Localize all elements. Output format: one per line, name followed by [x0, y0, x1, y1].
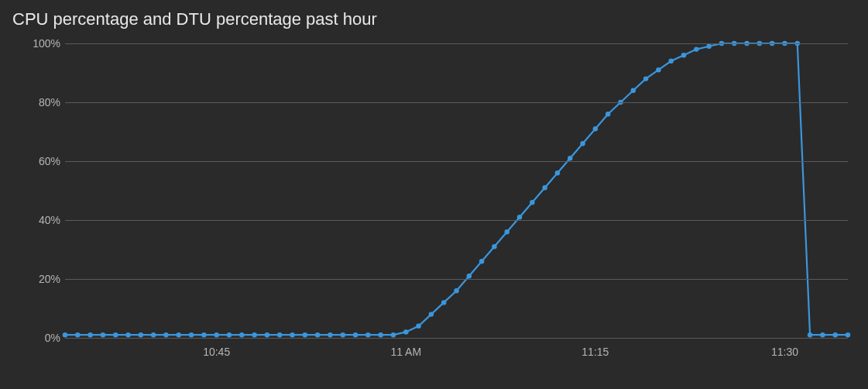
data-point[interactable]: [365, 332, 370, 337]
data-point[interactable]: [290, 332, 294, 337]
data-point[interactable]: [101, 332, 105, 337]
data-point[interactable]: [227, 332, 232, 337]
data-point[interactable]: [606, 112, 610, 116]
data-point[interactable]: [668, 59, 673, 64]
gridline: [65, 43, 848, 44]
y-axis: 100%80%60%40%20%0%: [12, 43, 65, 338]
data-point[interactable]: [391, 332, 396, 337]
data-point[interactable]: [555, 170, 560, 175]
gridline: [65, 338, 848, 339]
data-point[interactable]: [139, 332, 143, 337]
data-point[interactable]: [479, 259, 484, 263]
data-point[interactable]: [265, 332, 269, 337]
data-point[interactable]: [656, 67, 660, 72]
data-point[interactable]: [517, 215, 522, 219]
data-point[interactable]: [631, 88, 636, 93]
data-point[interactable]: [87, 332, 92, 337]
data-point[interactable]: [403, 329, 408, 334]
data-point[interactable]: [201, 332, 206, 337]
metrics-chart-panel: CPU percentage and DTU percentage past h…: [0, 0, 868, 389]
data-point[interactable]: [378, 332, 383, 337]
data-point[interactable]: [568, 156, 572, 160]
gridline: [65, 102, 848, 103]
data-point[interactable]: [303, 332, 307, 337]
data-point[interactable]: [113, 332, 118, 337]
data-point[interactable]: [530, 200, 534, 205]
y-tick-label: 40%: [39, 214, 60, 226]
data-point[interactable]: [504, 229, 509, 234]
data-point[interactable]: [239, 332, 244, 337]
y-tick-label: 60%: [39, 155, 60, 167]
plot-area[interactable]: [65, 43, 848, 338]
data-point[interactable]: [341, 332, 345, 337]
data-point[interactable]: [492, 244, 496, 249]
gridline: [65, 220, 848, 221]
data-point[interactable]: [694, 46, 698, 51]
data-point[interactable]: [820, 332, 825, 337]
x-tick-label: 11 AM: [390, 346, 421, 358]
data-point[interactable]: [125, 332, 130, 337]
data-point[interactable]: [808, 332, 812, 337]
y-tick-label: 100%: [33, 37, 60, 50]
data-point[interactable]: [63, 332, 67, 337]
data-point[interactable]: [593, 126, 598, 131]
data-point[interactable]: [177, 332, 181, 337]
x-axis: 10:4511 AM11:1511:30: [65, 346, 848, 364]
data-point[interactable]: [75, 332, 80, 337]
gridline: [65, 161, 848, 162]
data-point[interactable]: [189, 332, 194, 337]
data-point[interactable]: [315, 332, 320, 337]
data-point[interactable]: [681, 53, 686, 57]
data-point[interactable]: [163, 332, 168, 337]
data-point[interactable]: [832, 332, 837, 337]
data-point[interactable]: [846, 332, 850, 337]
data-point[interactable]: [416, 324, 420, 329]
data-point[interactable]: [214, 332, 218, 337]
chart-svg: [65, 43, 848, 338]
y-tick-label: 0%: [45, 332, 60, 344]
data-point[interactable]: [151, 332, 156, 337]
data-point[interactable]: [441, 300, 446, 305]
y-tick-label: 20%: [39, 273, 60, 285]
data-point[interactable]: [353, 332, 358, 337]
data-point[interactable]: [706, 44, 711, 49]
chart-title: CPU percentage and DTU percentage past h…: [12, 9, 856, 29]
data-point[interactable]: [454, 288, 458, 293]
data-point[interactable]: [580, 141, 585, 146]
data-point[interactable]: [643, 76, 648, 81]
data-point[interactable]: [429, 312, 434, 316]
x-tick-label: 11:15: [582, 346, 609, 358]
x-tick-label: 11:30: [771, 346, 798, 358]
chart-plot-wrap: 100%80%60%40%20%0% 10:4511 AM11:1511:30: [12, 43, 856, 369]
x-tick-label: 10:45: [203, 346, 230, 358]
data-point[interactable]: [252, 332, 256, 337]
data-point[interactable]: [542, 185, 547, 190]
data-point[interactable]: [467, 274, 472, 278]
data-point[interactable]: [277, 332, 282, 337]
gridline: [65, 279, 848, 280]
y-tick-label: 80%: [39, 96, 60, 108]
data-point[interactable]: [328, 332, 332, 337]
